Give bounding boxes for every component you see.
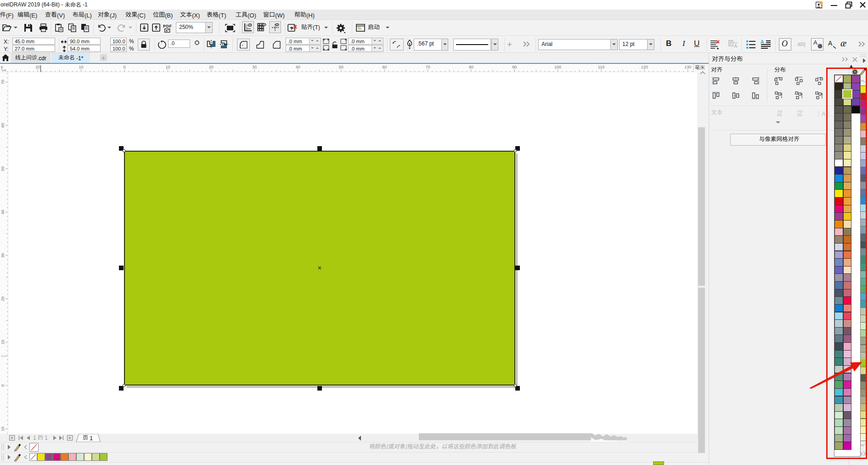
svg-text:20: 20	[0, 296, 5, 301]
svg-text:30: 30	[0, 253, 5, 258]
svg-text:50: 50	[339, 65, 344, 69]
svg-text:60: 60	[382, 65, 387, 69]
svg-text:A: A	[734, 43, 738, 49]
svg-text:A: A	[761, 40, 764, 45]
svg-text:10: 10	[0, 340, 5, 345]
svg-text:20: 20	[209, 65, 214, 69]
svg-text:60: 60	[0, 123, 5, 128]
svg-text:30: 30	[252, 65, 257, 69]
svg-text:10: 10	[0, 426, 5, 431]
svg-text:O: O	[820, 2, 823, 5]
svg-text:90: 90	[512, 65, 517, 69]
svg-text:10: 10	[165, 65, 170, 69]
svg-text:40: 40	[0, 210, 5, 215]
svg-text:70: 70	[0, 79, 5, 84]
svg-text:0: 0	[123, 65, 125, 69]
svg-text:10: 10	[79, 65, 84, 69]
svg-text:0: 0	[0, 384, 5, 386]
svg-text:80: 80	[469, 65, 473, 69]
svg-text:100: 100	[554, 65, 561, 69]
svg-text:40: 40	[295, 65, 300, 69]
svg-text:130: 130	[684, 65, 691, 69]
svg-text:120: 120	[641, 65, 648, 69]
svg-text:70: 70	[425, 65, 430, 69]
svg-text:50: 50	[0, 166, 5, 171]
svg-text:20: 20	[35, 65, 40, 69]
svg-text:110: 110	[598, 65, 604, 69]
